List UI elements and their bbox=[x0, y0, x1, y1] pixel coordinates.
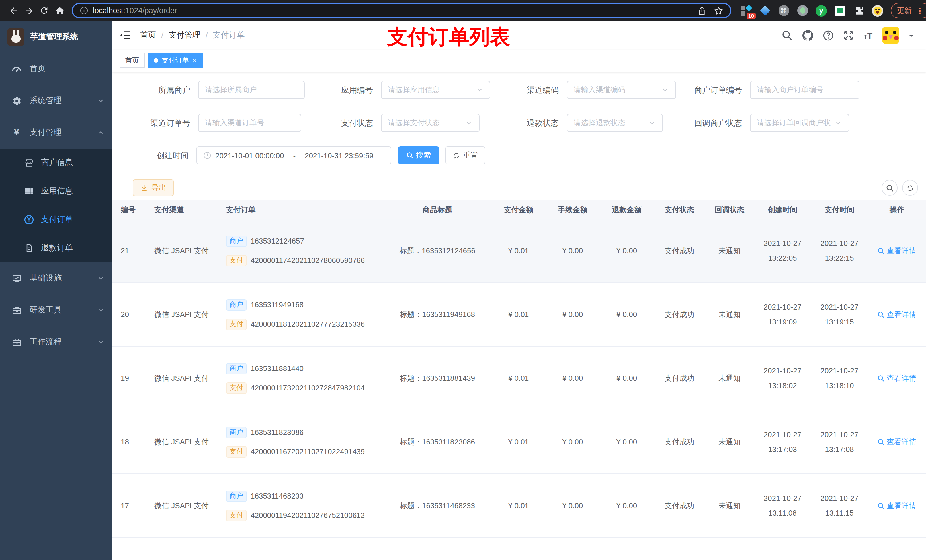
table-row[interactable]: 18 微信 JSAPI 支付 商户1635311823086 支付4200001… bbox=[112, 410, 926, 474]
filter-input-merchant-order-no[interactable]: 请输入商户订单编号 bbox=[750, 81, 859, 99]
column-header[interactable]: 支付状态 bbox=[654, 205, 705, 215]
chevron-down-icon bbox=[835, 119, 842, 127]
chevron-down-icon[interactable] bbox=[909, 35, 914, 39]
column-header[interactable]: 支付订单 bbox=[212, 205, 383, 215]
column-header[interactable]: 回调状态 bbox=[705, 205, 754, 215]
product-title: 标题：1635311881439 bbox=[400, 373, 475, 383]
view-detail-link[interactable]: 查看详情 bbox=[878, 309, 916, 320]
site-info-icon[interactable] bbox=[80, 6, 88, 15]
profile-avatar-icon[interactable] bbox=[872, 5, 883, 16]
clock-icon bbox=[203, 151, 211, 159]
reset-button[interactable]: 重置 bbox=[445, 146, 485, 165]
merchant-order-no: 1635312124657 bbox=[251, 237, 304, 245]
notify-status: 未通知 bbox=[719, 373, 741, 383]
orders-table: 编号支付渠道支付订单商品标题支付金额手续金额退款金额支付状态回调状态创建时间支付… bbox=[112, 200, 926, 560]
merchant-tag: 商户 bbox=[226, 235, 247, 247]
export-button[interactable]: 导出 bbox=[133, 179, 174, 196]
search-button[interactable]: 搜索 bbox=[398, 146, 439, 165]
merchant-tag: 商户 bbox=[226, 363, 247, 374]
extension-tiles-icon[interactable]: 10 bbox=[740, 5, 752, 16]
view-detail-link[interactable]: 查看详情 bbox=[878, 501, 916, 511]
close-tab-icon[interactable]: × bbox=[192, 57, 197, 64]
pay-status: 支付成功 bbox=[664, 501, 694, 511]
sidebar-item-merchant-info[interactable]: 商户信息 bbox=[0, 148, 112, 177]
notify-status: 未通知 bbox=[719, 501, 741, 511]
sidebar-item-app-info[interactable]: 应用信息 bbox=[0, 177, 112, 205]
breadcrumb-item[interactable]: 首页 bbox=[140, 30, 156, 41]
extension-dot-icon[interactable] bbox=[797, 5, 808, 16]
table-row[interactable]: 20 微信 JSAPI 支付 商户1635311949168 支付4200001… bbox=[112, 283, 926, 347]
pay-tag: 支付 bbox=[226, 382, 247, 394]
breadcrumb-item[interactable]: 支付订单 bbox=[213, 30, 245, 41]
tab-home[interactable]: 首页 bbox=[120, 53, 145, 68]
sidebar-item-workflow[interactable]: 工作流程 bbox=[0, 326, 112, 358]
browser-toolbar: localhost:1024/pay/order 10 ⌘ y bbox=[0, 0, 926, 21]
refund-amount: ¥ 0.00 bbox=[616, 438, 637, 446]
column-header[interactable]: 手续金额 bbox=[546, 205, 600, 215]
app-logo[interactable]: 芋道管理系统 bbox=[0, 21, 112, 53]
column-header[interactable]: 创建时间 bbox=[754, 205, 811, 215]
view-detail-link[interactable]: 查看详情 bbox=[878, 373, 916, 383]
pay-channel: 微信 JSAPI 支付 bbox=[144, 501, 212, 511]
sidebar-item-refund-order[interactable]: 退款订单 bbox=[0, 234, 112, 263]
browser-menu-icon[interactable]: ⋮ bbox=[916, 6, 924, 15]
table-row[interactable]: 商户1635311351796 bbox=[112, 538, 926, 560]
column-header[interactable]: 退款金额 bbox=[600, 205, 654, 215]
search-icon[interactable] bbox=[782, 30, 793, 41]
refresh-table-button[interactable] bbox=[902, 180, 918, 196]
pay-status: 支付成功 bbox=[664, 246, 694, 256]
sidebar-toggle-icon[interactable] bbox=[120, 30, 131, 41]
column-header[interactable]: 支付金额 bbox=[492, 205, 546, 215]
column-header[interactable]: 编号 bbox=[112, 205, 144, 215]
address-bar[interactable]: localhost:1024/pay/order bbox=[72, 3, 731, 18]
breadcrumb-item[interactable]: 支付管理 bbox=[169, 30, 200, 41]
view-detail-link[interactable]: 查看详情 bbox=[878, 246, 916, 256]
toggle-search-button[interactable] bbox=[882, 180, 897, 196]
filter-select-notify-status[interactable]: 请选择订单回调商户状态 bbox=[750, 114, 849, 132]
share-icon[interactable] bbox=[698, 6, 706, 15]
forward-icon[interactable] bbox=[21, 3, 36, 18]
fullscreen-icon[interactable] bbox=[843, 30, 854, 41]
merchant-order-no: 1635311949168 bbox=[251, 300, 304, 309]
help-icon[interactable] bbox=[823, 30, 834, 41]
extension-gem-icon[interactable] bbox=[759, 5, 770, 16]
order-id: 21 bbox=[112, 246, 144, 255]
column-header[interactable]: 操作 bbox=[868, 205, 926, 215]
gear-icon bbox=[11, 96, 22, 106]
tab-pay-order[interactable]: 支付订单 × bbox=[148, 53, 203, 68]
annotation-title: 支付订单列表 bbox=[387, 23, 510, 51]
table-row[interactable]: 21 微信 JSAPI 支付 商户1635312124657 支付4200001… bbox=[112, 219, 926, 283]
extension-chat-icon[interactable] bbox=[834, 5, 846, 16]
sidebar-item-system[interactable]: 系统管理 bbox=[0, 85, 112, 117]
notify-status: 未通知 bbox=[719, 246, 741, 256]
github-icon[interactable] bbox=[802, 30, 813, 41]
extension-command-icon[interactable]: ⌘ bbox=[778, 5, 789, 16]
column-header[interactable]: 商品标题 bbox=[383, 205, 492, 215]
table-row[interactable]: 17 微信 JSAPI 支付 商户1635311468233 支付4200001… bbox=[112, 474, 926, 538]
back-icon[interactable] bbox=[6, 3, 21, 18]
extension-puzzle-icon[interactable] bbox=[853, 5, 864, 16]
pay-order-no: 4200001167202110271022491439 bbox=[251, 447, 365, 456]
filter-label-refund-status: 退款状态 bbox=[459, 114, 559, 132]
sidebar-item-pay-order[interactable]: 支付订单 bbox=[0, 205, 112, 234]
table-row[interactable]: 19 微信 JSAPI 支付 商户1635311881440 支付4200001… bbox=[112, 347, 926, 410]
extension-y-icon[interactable]: y bbox=[816, 5, 827, 16]
sidebar-item-infrastructure[interactable]: 基础设施 bbox=[0, 263, 112, 294]
update-button[interactable]: 更新 ⋮ bbox=[891, 3, 926, 18]
document-icon bbox=[24, 243, 34, 253]
reload-icon[interactable] bbox=[36, 3, 52, 18]
sidebar-item-home[interactable]: 首页 bbox=[0, 53, 112, 85]
column-header[interactable]: 支付渠道 bbox=[144, 205, 212, 215]
filter-label-merchant: 所属商户 bbox=[112, 81, 190, 99]
sidebar-item-payment[interactable]: ¥ 支付管理 bbox=[0, 117, 112, 148]
bookmark-star-icon[interactable] bbox=[714, 6, 723, 15]
column-header[interactable]: 支付时间 bbox=[811, 205, 868, 215]
home-icon[interactable] bbox=[52, 3, 67, 18]
user-avatar[interactable] bbox=[882, 27, 899, 44]
filter-input-create-time[interactable]: 2021-10-01 00:00:00 - 2021-10-31 23:59:5… bbox=[197, 146, 391, 165]
font-size-icon[interactable]: TT bbox=[864, 30, 873, 40]
view-detail-link[interactable]: 查看详情 bbox=[878, 437, 916, 447]
sidebar-item-dev-tools[interactable]: 研发工具 bbox=[0, 294, 112, 326]
breadcrumb-separator: / bbox=[161, 31, 163, 40]
date-start-value: 2021-10-01 00:00:00 bbox=[215, 151, 284, 160]
